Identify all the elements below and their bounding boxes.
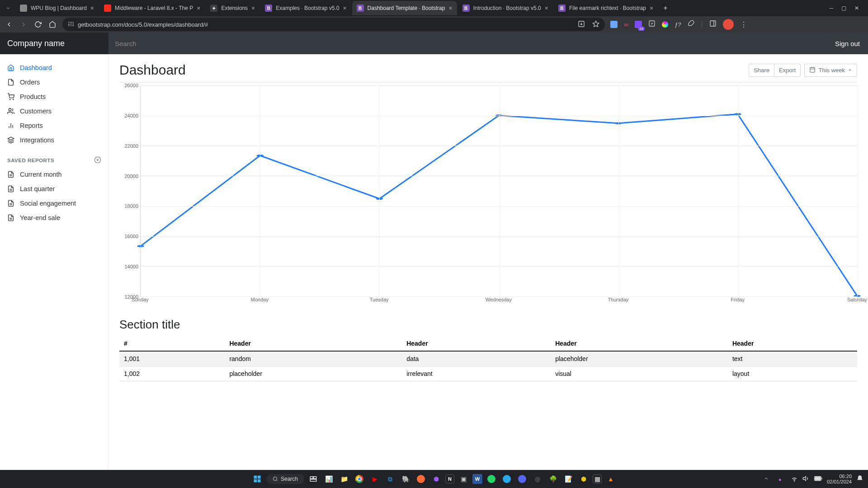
close-tab-icon[interactable]: × [545,5,548,12]
taskbar-app-icon[interactable]: ◎ [531,473,544,485]
sidebar-saved-report[interactable]: Social engagement [0,196,108,211]
sidebar-item-products[interactable]: Products [0,89,108,104]
sidebar-item-reports[interactable]: Reports [0,118,108,133]
volume-icon[interactable] [802,475,810,483]
extension-icon[interactable]: ∞ [624,21,628,28]
close-tab-icon[interactable]: × [448,5,452,12]
taskbar-search[interactable]: Search [266,474,304,484]
add-report-icon[interactable] [94,156,101,164]
vlc-icon[interactable]: ▲ [604,473,617,485]
site-settings-icon[interactable] [68,21,74,28]
side-panel-icon[interactable] [709,20,717,29]
new-tab-button[interactable]: + [659,4,672,12]
date-range-dropdown[interactable]: This week [804,64,857,77]
sidebar-item-label: Current month [20,171,62,178]
extension-icon[interactable]: ƒ? [675,21,681,28]
whatsapp-icon[interactable] [485,473,498,485]
notepad-icon[interactable]: 📝 [562,473,575,485]
search-input[interactable] [108,40,827,47]
taskbar-app-icon[interactable]: ⬢ [577,473,590,485]
profile-avatar[interactable] [723,19,734,30]
taskbar-app-icon[interactable]: 🌳 [547,473,559,485]
sidebar-saved-report[interactable]: Year-end sale [0,211,108,225]
sidebar-item-orders[interactable]: Orders [0,75,108,89]
browser-tab[interactable]: Middleware - Laravel 8.x - The P× [99,1,205,15]
sidebar-item-label: Customers [20,108,52,115]
address-bar[interactable]: getbootstrap.com/docs/5.0/examples/dashb… [62,18,605,31]
sidebar-item-label: Integrations [20,136,54,144]
battery-icon[interactable] [814,476,822,482]
window-minimize[interactable]: ─ [829,5,833,11]
window-maximize[interactable]: ▢ [841,5,846,11]
svg-rect-53 [310,479,316,482]
tray-app-icon[interactable]: ⬥ [774,473,786,485]
start-button[interactable] [251,473,264,485]
signout-link[interactable]: Sign out [827,33,868,54]
window-close[interactable]: ✕ [854,5,859,11]
sidebar-item-customers[interactable]: Customers [0,104,108,118]
extensions-cluster: ∞ 18 ƒ? | ⋮ [610,19,747,30]
table-row: 1,001randomdataplaceholdertext [119,351,857,366]
tray-chevron-icon[interactable] [764,476,769,482]
browser-tab[interactable]: WPU Blog | Dashboard× [15,1,99,15]
system-clock[interactable]: 06:20 02/01/2024 [827,474,852,484]
extension-icon[interactable] [610,21,618,28]
notifications-icon[interactable] [856,475,863,483]
chrome-menu-icon[interactable]: ⋮ [740,20,747,29]
chart: 1200014000160001800020000220002400026000… [119,85,857,311]
main-content: Dashboard Share Export This week 1200014… [108,54,868,470]
taskbar-app-icon[interactable]: ▦ [593,474,602,483]
vscode-icon[interactable]: ⧉ [384,473,396,485]
browser-tab[interactable]: ✦Extensions× [206,1,259,15]
wifi-icon[interactable] [791,475,798,483]
reload-button[interactable] [33,20,42,29]
svg-point-54 [794,481,794,481]
sidebar-item-label: Reports [20,122,43,129]
home-button[interactable] [48,20,57,29]
terminal-icon[interactable]: ▣ [457,473,470,485]
browser-tab[interactable]: BExamples · Bootstrap v5.0× [260,1,351,15]
sidebar-saved-report[interactable]: Last quarter [0,182,108,196]
chrome-icon[interactable] [353,473,366,485]
extension-icon[interactable] [648,20,656,29]
notion-icon[interactable]: N [445,474,454,483]
task-view-icon[interactable] [307,473,320,485]
section-title: Section title [119,318,857,332]
extension-icon[interactable] [662,21,668,28]
explorer-icon[interactable]: 📁 [338,473,350,485]
extensions-menu-icon[interactable] [687,20,694,29]
forward-button[interactable] [19,20,28,29]
extension-icon[interactable]: 18 [635,21,642,28]
filetext-icon [7,185,14,192]
taskbar-app-icon[interactable]: 📊 [322,473,335,485]
brand[interactable]: Company name [0,39,108,48]
svg-marker-21 [8,137,14,140]
browser-tab[interactable]: BDashboard Template · Bootstrap× [352,1,457,15]
sidebar-saved-report[interactable]: Current month [0,167,108,182]
browser-tab[interactable]: BFile earmark richtext · Bootstrap× [554,1,658,15]
sidebar-item-dashboard[interactable]: Dashboard [0,61,108,75]
bookmark-star-icon[interactable] [592,20,599,29]
install-app-icon[interactable] [578,20,585,29]
chevron-down-icon [848,67,852,74]
close-tab-icon[interactable]: × [197,5,200,12]
word-icon[interactable]: W [472,474,482,484]
file-icon [7,79,14,86]
close-tab-icon[interactable]: × [650,5,653,12]
export-button[interactable]: Export [774,64,801,77]
figma-icon[interactable]: ⬢ [430,473,443,485]
browser-tab-strip: WPU Blog | Dashboard×Middleware - Larave… [0,0,868,16]
youtube-icon[interactable]: ▶ [368,473,381,485]
sidebar-item-integrations[interactable]: Integrations [0,133,108,147]
close-tab-icon[interactable]: × [90,5,94,12]
taskbar-app-icon[interactable]: 🐘 [399,473,412,485]
share-button[interactable]: Share [749,64,774,77]
close-tab-icon[interactable]: × [343,5,346,12]
back-button[interactable] [5,20,14,29]
close-tab-icon[interactable]: × [251,5,255,12]
tabs-dropdown[interactable] [3,3,14,14]
telegram-icon[interactable] [500,473,513,485]
postman-icon[interactable] [415,473,427,485]
discord-icon[interactable] [516,473,528,485]
browser-tab[interactable]: BIntroduction · Bootstrap v5.0× [458,1,553,15]
